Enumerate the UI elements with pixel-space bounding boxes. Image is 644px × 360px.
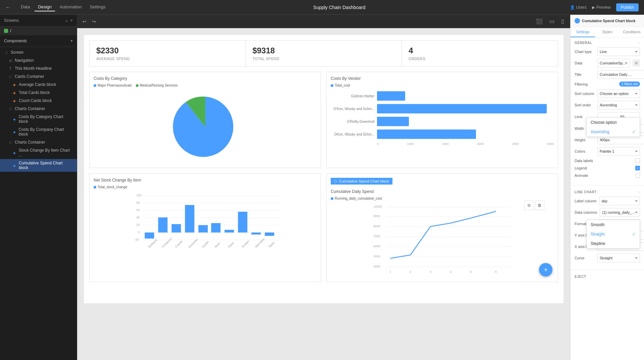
stat-value-total: $9318 (253, 46, 395, 55)
sidebar-item-navigation[interactable]: ◎ Navigation (0, 56, 77, 64)
field-title: Title ⚡ (575, 70, 640, 79)
redo-button[interactable]: ↪ (91, 18, 97, 25)
sidebar-item-category-chart[interactable]: ◈ Costs By Category Chart block (0, 113, 77, 125)
sidebar-item-count-cards[interactable]: ◈ Count Cards block (0, 97, 77, 105)
undo-button[interactable]: ↩ (81, 18, 88, 25)
mobile-view-button[interactable]: ▯ (559, 17, 566, 25)
sidebar-item-screen[interactable]: □ Screen (0, 48, 77, 56)
data-columns-label: Data columns (575, 210, 597, 214)
nav-automation[interactable]: Automation (56, 3, 85, 11)
format-item-label: Smooth (591, 222, 604, 227)
chart-type-select[interactable]: Line Bar Pie (597, 47, 640, 56)
desktop-view-button[interactable]: ⬛ (534, 17, 545, 25)
sidebar-item-total-cards[interactable]: ◈ Total Cards block (0, 89, 77, 97)
tablet-view-button[interactable]: ▭ (547, 17, 556, 25)
vendor-bar-chart: Goldner-Harber O'Kon, Wisoky and Schm... (331, 90, 554, 147)
label-column-select[interactable]: day (599, 197, 640, 205)
sidebar-screen-item[interactable]: / (0, 27, 77, 35)
section-divider (571, 185, 644, 186)
sort-order-select[interactable]: Ascending Descending (597, 101, 640, 109)
curve-select[interactable]: Straight Smooth Stepline (597, 254, 640, 262)
svg-text:9000: 9000 (374, 214, 380, 218)
tab-styles[interactable]: Styles (595, 27, 620, 37)
field-colors: Colors Palette 1 (575, 147, 640, 156)
data-select[interactable]: CumulativeSp... (597, 59, 630, 67)
bar-paker (225, 230, 234, 233)
delete-chart-button[interactable]: 🗑 (535, 201, 544, 210)
vendor-bar-wrap (377, 117, 554, 126)
stat-card-orders: 4 ORDERS (402, 41, 558, 66)
sort-column-select[interactable]: Choose an option (597, 89, 640, 98)
vendor-bar (377, 91, 405, 101)
vendor-row-1: Goldner-Harber (331, 91, 554, 101)
tab-settings[interactable]: Settings (571, 27, 595, 37)
sidebar-item-charts-container-2[interactable]: □ Charts Container (0, 138, 77, 146)
tab-conditions[interactable]: Conditions (620, 27, 644, 37)
sort-column-dropdown[interactable]: Choose option Ascending ✓ (586, 117, 640, 137)
field-data-labels: Data labels (575, 158, 640, 163)
container-icon: □ (8, 75, 13, 79)
format-dropdown[interactable]: Smooth Straight ✓ Stepline (586, 220, 640, 249)
canvas-toolbar: ↩ ↪ ⬛ ▭ ▯ (77, 15, 570, 28)
container-icon: □ (8, 107, 13, 111)
users-button[interactable]: 👤 Users (570, 5, 587, 10)
add-screen-button[interactable]: + (70, 18, 73, 23)
copy-chart-button[interactable]: ⧉ (524, 201, 534, 210)
add-fab-button[interactable]: + (539, 263, 552, 276)
data-labels-checkbox[interactable] (635, 158, 640, 163)
bar-excavator (185, 205, 195, 233)
legend-item-nursing: Medical/Nursing Services (136, 84, 178, 87)
data-columns-select[interactable]: (1) running_daily_... (600, 208, 640, 217)
sidebar-item-headline[interactable]: T This Month Headline (0, 64, 77, 72)
sidebar-items: □ Screen ◎ Navigation T This Month Headl… (0, 47, 77, 360)
vendor-bar (377, 117, 409, 126)
dropdown-item-choose[interactable]: Choose option (587, 118, 640, 127)
vendor-bar (377, 130, 476, 139)
legend-checkbox[interactable]: ✓ (635, 166, 640, 170)
topbar-actions: 👤 Users ▶ Preview Publish (570, 3, 639, 11)
nav-data[interactable]: Data (17, 3, 33, 11)
legend-item-pharma: Major Pharmaceuticals (94, 84, 132, 87)
data-gear-button[interactable]: ⚙ (633, 59, 640, 67)
field-label-column: Label column day (575, 197, 640, 205)
format-item-stepline[interactable]: Stepline (587, 239, 640, 248)
publish-button[interactable]: Publish (616, 3, 639, 11)
screen-layout-icon: □ (4, 51, 9, 54)
sort-column-label: Sort column (575, 92, 595, 96)
cumulative-header-label: Cumulative Spend Chart block (339, 179, 389, 183)
sidebar-item-company-chart[interactable]: ◈ Costs By Company Chart block (0, 125, 77, 138)
bar-skidsteer (252, 233, 261, 235)
add-component-button[interactable]: + (70, 39, 73, 43)
sidebar-item-label: Navigation (15, 58, 34, 63)
format-item-straight[interactable]: Straight ✓ (587, 229, 640, 239)
legend-dot (331, 84, 333, 87)
format-item-label: Stepline (591, 241, 605, 246)
search-icon[interactable]: ⌕ (65, 18, 68, 23)
back-button[interactable]: ← (5, 4, 11, 10)
section-collapse-line[interactable]: − (638, 190, 640, 194)
sidebar-item-stock-chart[interactable]: ◈ Stock Change By Item Chart ... (0, 146, 77, 159)
sidebar-item-average-cards[interactable]: ◈ Average Cards block (0, 81, 77, 89)
dropdown-item-ascending[interactable]: Ascending ✓ (587, 127, 640, 137)
sidebar-item-charts-container-1[interactable]: □ Charts Container (0, 105, 77, 113)
sidebar-item-cards-container[interactable]: □ Cards Container (0, 72, 77, 81)
animate-checkbox[interactable] (635, 173, 640, 178)
legend-label-cb: Legend (575, 166, 587, 170)
chart-icon: ◈ (12, 83, 17, 87)
cumulative-chart-legend: Running_daily_cumulative_cost (331, 197, 554, 200)
preview-button[interactable]: ▶ Preview (592, 5, 611, 10)
nav-settings[interactable]: Settings (87, 3, 109, 11)
legend-item-stock: Total_stock_change (94, 185, 127, 189)
svg-text:7000: 7000 (374, 235, 380, 238)
format-item-smooth[interactable]: Smooth (587, 220, 640, 229)
section-collapse-general[interactable]: − (638, 41, 640, 45)
bar-scraper (238, 212, 248, 233)
canvas-content: $2330 AVERAGE SPEND $9318 TOTAL SPEND 4 … (77, 28, 570, 360)
nav-design[interactable]: Design (35, 3, 55, 11)
svg-text:-20: -20 (135, 238, 139, 241)
sidebar-item-cumulative-chart[interactable]: ◈ Cumulative Spend Chart block (0, 159, 77, 172)
colors-select[interactable]: Palette 1 (597, 147, 640, 156)
stock-chart-svg: 100 80 60 40 20 0 -20 (94, 192, 317, 252)
components-label: Components (4, 39, 27, 43)
title-input[interactable] (597, 70, 644, 79)
